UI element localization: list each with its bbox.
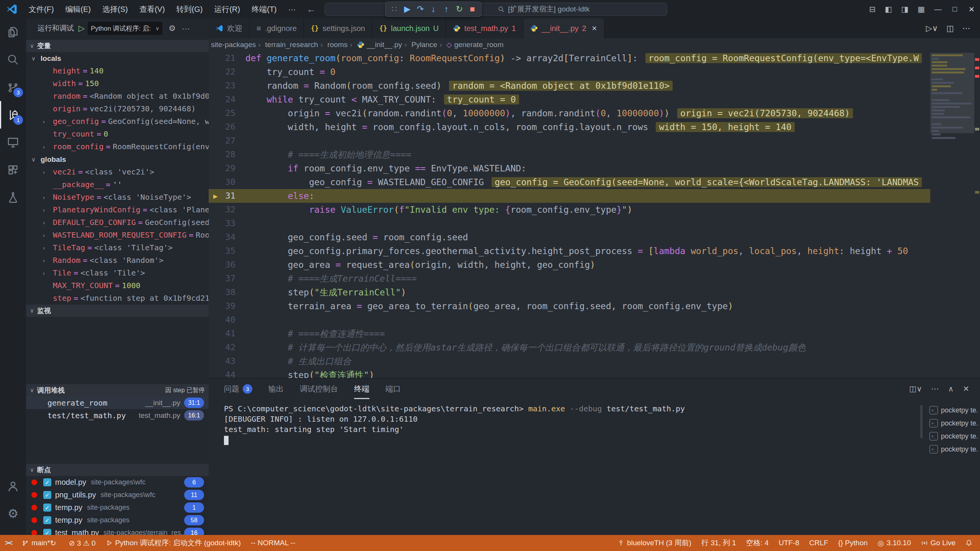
- go-live[interactable]: Go Live: [916, 535, 960, 551]
- split-terminal-button[interactable]: ◫∨: [905, 384, 927, 393]
- customize-layout-icon[interactable]: ▦: [913, 5, 929, 14]
- breakpoints-header[interactable]: ∨断点: [26, 464, 209, 476]
- toggle-secondary-sidebar-icon[interactable]: ◨: [897, 5, 913, 14]
- breakpoint-row[interactable]: ✓test_math.pysite-packages\terrain_res..…: [26, 527, 209, 535]
- menu-item-4[interactable]: 转到(G): [171, 0, 209, 18]
- activity-source-control[interactable]: 3: [0, 73, 26, 101]
- variable-row[interactable]: ›vec2i=<class 'vec2i'>: [26, 166, 209, 178]
- variable-row[interactable]: ›Random=<class 'Random'>: [26, 254, 209, 267]
- gitlens-author[interactable]: blueloveTH (3 周前): [612, 535, 696, 551]
- indentation-status[interactable]: 空格: 4: [741, 535, 774, 551]
- terminal-scrollbar[interactable]: [920, 405, 923, 438]
- scope-locals[interactable]: ∨locals: [26, 52, 209, 65]
- breadcrumb-item[interactable]: rooms: [327, 41, 348, 49]
- stop-button[interactable]: ■: [466, 3, 479, 16]
- branch-status[interactable]: main* ↻: [17, 535, 64, 551]
- terminal-instance[interactable]: >_pocketpy te...: [929, 430, 978, 443]
- variable-row[interactable]: step=<function step at 0x1bf9cd216d: [26, 292, 209, 305]
- start-debugging-button[interactable]: ▷: [78, 24, 85, 33]
- breadcrumb-item[interactable]: __init__.py: [357, 41, 402, 49]
- python-interpreter[interactable]: ◎3.10.10: [873, 535, 916, 551]
- breakpoint-checkbox[interactable]: ✓: [43, 529, 51, 535]
- breakpoint-checkbox[interactable]: ✓: [43, 516, 51, 524]
- tab-__init__.py[interactable]: __init__.py2✕: [523, 18, 604, 38]
- activity-remote-explorer[interactable]: [0, 129, 26, 156]
- callstack-frame[interactable]: test/test_math.pytest_math.py16:1: [26, 409, 209, 422]
- breakpoint-row[interactable]: ✓model.pysite-packages\wfc6: [26, 476, 209, 489]
- watch-header[interactable]: ∨监视: [26, 305, 209, 317]
- toggle-primary-sidebar-icon[interactable]: ◧: [880, 5, 897, 14]
- vim-mode-status[interactable]: -- NORMAL --: [246, 535, 300, 551]
- panel-tab-调试控制台[interactable]: 调试控制台: [300, 378, 338, 399]
- breakpoint-checkbox[interactable]: ✓: [43, 504, 51, 512]
- minimap[interactable]: [930, 51, 974, 378]
- callstack-header[interactable]: ∨调用堆栈因 step 已暂停: [26, 384, 209, 396]
- split-editor-button[interactable]: ◫: [942, 24, 958, 33]
- activity-explorer[interactable]: [0, 18, 26, 46]
- panel-tab-端口[interactable]: 端口: [385, 378, 401, 399]
- tab-launch.json[interactable]: {}launch.jsonU: [372, 18, 446, 38]
- more-editor-actions-button[interactable]: ⋯: [958, 24, 975, 33]
- toggle-panel-icon[interactable]: ⊟: [865, 5, 880, 14]
- terminal-instance[interactable]: >_pocketpy te...: [929, 404, 978, 417]
- cursor-position[interactable]: 行 31, 列 1: [696, 535, 741, 551]
- close-panel-button[interactable]: ✕: [958, 384, 974, 393]
- activity-settings[interactable]: ⚙: [0, 500, 26, 527]
- breakpoint-checkbox[interactable]: ✓: [43, 491, 51, 499]
- activity-run-and-debug[interactable]: 1: [0, 101, 26, 129]
- drag-handle[interactable]: ∷: [388, 3, 401, 16]
- problems-status[interactable]: ⊘ 3 ⚠ 0: [64, 535, 101, 551]
- minimize-button[interactable]: —: [929, 0, 946, 18]
- close-tab-icon[interactable]: ✕: [591, 24, 597, 33]
- close-button[interactable]: ✕: [963, 0, 980, 18]
- variable-row[interactable]: ›DEFAULT_GEO_CONFIG=GeoConfig(seed=1…: [26, 216, 209, 229]
- panel-tab-终端[interactable]: 终端: [354, 378, 369, 399]
- variable-row[interactable]: ›PlanetaryWindConfig=<class 'Planeta…: [26, 204, 209, 216]
- activity-search[interactable]: [0, 46, 26, 73]
- terminal-instance[interactable]: >_pocketpy te...: [929, 443, 978, 456]
- variable-row[interactable]: width=150: [26, 77, 209, 90]
- variable-row[interactable]: MAX_TRY_COUNT=1000: [26, 279, 209, 292]
- eol-status[interactable]: CRLF: [804, 535, 833, 551]
- encoding-status[interactable]: UTF-8: [774, 535, 804, 551]
- breakpoint-row[interactable]: ✓temp.pysite-packages58: [26, 514, 209, 527]
- variable-row[interactable]: try_count=0: [26, 128, 209, 140]
- breadcrumb-item[interactable]: terrain_research: [265, 41, 318, 49]
- variables-header[interactable]: ∨变量: [26, 40, 209, 52]
- command-center-search[interactable]: [扩展开发宿主] godot-ldtk: [325, 3, 667, 16]
- variable-row[interactable]: ›geo_config=GeoConfig(seed=None, wor…: [26, 115, 209, 128]
- more-panel-actions-button[interactable]: ⋯: [927, 384, 944, 393]
- menu-item-3[interactable]: 查看(V): [134, 0, 171, 18]
- menu-more-button[interactable]: ···: [283, 0, 302, 18]
- variable-row[interactable]: ›NoiseType=<class 'NoiseType'>: [26, 191, 209, 204]
- menu-item-1[interactable]: 编辑(E): [60, 0, 97, 18]
- language-mode[interactable]: {} Python: [833, 535, 872, 551]
- variable-row[interactable]: ›Tile=<class 'Tile'>: [26, 267, 209, 279]
- scope-globals[interactable]: ∨globals: [26, 153, 209, 166]
- debug-views-more-button[interactable]: ···: [182, 24, 190, 33]
- variable-row[interactable]: ›room_config=RoomRequestConfig(env_t…: [26, 140, 209, 153]
- activity-extensions[interactable]: [0, 156, 26, 184]
- variable-row[interactable]: ›TileTag=<class 'TileTag'>: [26, 241, 209, 254]
- breakpoint-checkbox[interactable]: ✓: [43, 478, 51, 486]
- panel-tab-问题[interactable]: 问题3: [224, 378, 252, 399]
- maximize-button[interactable]: □: [946, 0, 963, 18]
- breadcrumb-item[interactable]: ◇generate_room: [447, 41, 504, 49]
- breadcrumb-item[interactable]: Pylance: [412, 41, 438, 49]
- step-into-button[interactable]: ↓: [427, 3, 440, 16]
- notifications-bell[interactable]: [960, 535, 980, 551]
- menu-item-5[interactable]: 运行(R): [208, 0, 246, 18]
- overview-ruler[interactable]: [974, 51, 980, 378]
- activity-testing[interactable]: [0, 184, 26, 211]
- menu-item-6[interactable]: 终端(T): [246, 0, 283, 18]
- step-over-button[interactable]: ↷: [414, 3, 427, 16]
- terminal-instance[interactable]: >_pocketpy te...: [929, 417, 978, 430]
- continue-button[interactable]: ▶: [401, 3, 414, 16]
- breakpoint-row[interactable]: ✓png_utils.pysite-packages\wfc11: [26, 489, 209, 501]
- variable-row[interactable]: random=<Random object at 0x1bf9d01e…: [26, 90, 209, 103]
- terminal-output[interactable]: PS C:\computer_science\godot-ldtk\site-p…: [224, 404, 905, 445]
- restart-button[interactable]: ↻: [453, 3, 466, 16]
- run-python-file-button[interactable]: ▷∨: [922, 24, 942, 33]
- tab-[interactable]: 欢迎: [209, 18, 250, 38]
- maximize-panel-button[interactable]: ∧: [944, 384, 959, 393]
